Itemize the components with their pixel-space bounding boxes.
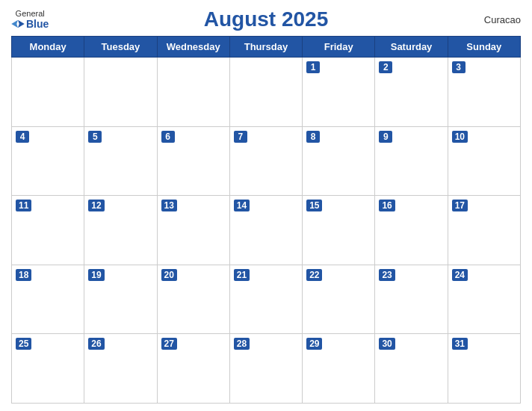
day-number: 1 [306, 61, 320, 73]
logo-blue: Blue [11, 18, 49, 30]
calendar-cell: 18 [12, 265, 84, 334]
calendar-cell: 31 [448, 334, 520, 404]
day-number: 20 [161, 269, 177, 281]
logo: General Blue [11, 9, 49, 30]
calendar-cell: 13 [157, 196, 229, 265]
calendar-cell: 19 [84, 265, 157, 334]
day-number: 29 [306, 338, 322, 350]
day-number: 9 [379, 131, 392, 143]
week-row-2: 45678910 [12, 126, 521, 196]
calendar-cell: 5 [84, 126, 157, 196]
calendar-cell: 17 [448, 196, 520, 265]
day-number: 5 [88, 131, 102, 143]
day-number: 7 [234, 131, 247, 143]
day-number: 17 [452, 200, 468, 211]
calendar-cell: 21 [229, 265, 302, 334]
calendar-cell: 10 [448, 126, 520, 196]
logo-bird-icon [11, 19, 25, 29]
day-number: 31 [452, 338, 468, 350]
region-label: Curacao [484, 14, 521, 25]
day-number: 11 [16, 200, 31, 211]
calendar-cell [229, 58, 302, 127]
calendar-cell [12, 58, 84, 127]
calendar-cell: 8 [303, 126, 375, 196]
svg-marker-0 [18, 20, 25, 28]
day-number: 14 [234, 200, 250, 211]
day-number: 27 [161, 338, 177, 350]
day-header-wednesday: Wednesday [157, 37, 229, 58]
calendar-cell: 7 [229, 126, 302, 196]
calendar-cell: 27 [157, 334, 229, 404]
day-number: 10 [452, 131, 468, 143]
page-title: August 2025 [204, 7, 329, 31]
day-number: 19 [88, 269, 104, 281]
week-row-4: 18192021222324 [12, 265, 521, 334]
calendar-cell: 29 [303, 334, 375, 404]
calendar-cell [84, 58, 157, 127]
calendar-cell [157, 58, 229, 127]
calendar-cell: 9 [375, 126, 448, 196]
day-number: 13 [161, 200, 177, 211]
calendar-cell: 30 [375, 334, 448, 404]
calendar-cell: 11 [12, 196, 84, 265]
day-header-sunday: Sunday [448, 37, 520, 58]
calendar-cell: 14 [229, 196, 302, 265]
logo-general: General [16, 9, 45, 18]
day-number: 22 [306, 269, 322, 281]
calendar-cell: 6 [157, 126, 229, 196]
day-number: 25 [16, 338, 31, 350]
week-row-3: 11121314151617 [12, 196, 521, 265]
day-number: 30 [379, 338, 395, 350]
day-number: 18 [16, 269, 31, 281]
day-number: 3 [452, 61, 466, 73]
calendar-cell: 4 [12, 126, 84, 196]
calendar-cell: 26 [84, 334, 157, 404]
day-number: 21 [234, 269, 250, 281]
calendar-header: General Blue August 2025 Curacao [11, 7, 521, 31]
day-header-monday: Monday [12, 37, 84, 58]
svg-marker-1 [11, 20, 18, 28]
day-header-tuesday: Tuesday [84, 37, 157, 58]
day-number: 2 [379, 61, 392, 73]
day-number: 12 [88, 200, 104, 211]
calendar-cell: 15 [303, 196, 375, 265]
calendar-cell: 25 [12, 334, 84, 404]
calendar-cell: 28 [229, 334, 302, 404]
day-header-saturday: Saturday [375, 37, 448, 58]
calendar-cell: 23 [375, 265, 448, 334]
day-number: 24 [452, 269, 468, 281]
day-header-friday: Friday [303, 37, 375, 58]
week-row-5: 25262728293031 [12, 334, 521, 404]
day-header-thursday: Thursday [229, 37, 302, 58]
day-number: 26 [88, 338, 104, 350]
calendar-table: MondayTuesdayWednesdayThursdayFridaySatu… [11, 36, 521, 404]
day-number: 28 [234, 338, 250, 350]
calendar-cell: 16 [375, 196, 448, 265]
calendar-cell: 1 [303, 58, 375, 127]
calendar-cell: 24 [448, 265, 520, 334]
day-number: 8 [306, 131, 320, 143]
calendar-cell: 12 [84, 196, 157, 265]
day-number: 16 [379, 200, 395, 211]
calendar-cell: 2 [375, 58, 448, 127]
week-row-1: 123 [12, 58, 521, 127]
day-number: 6 [161, 131, 175, 143]
calendar-cell: 3 [448, 58, 520, 127]
day-number: 15 [306, 200, 322, 211]
day-number: 23 [379, 269, 395, 281]
calendar-cell: 22 [303, 265, 375, 334]
calendar-cell: 20 [157, 265, 229, 334]
day-number: 4 [16, 131, 29, 143]
